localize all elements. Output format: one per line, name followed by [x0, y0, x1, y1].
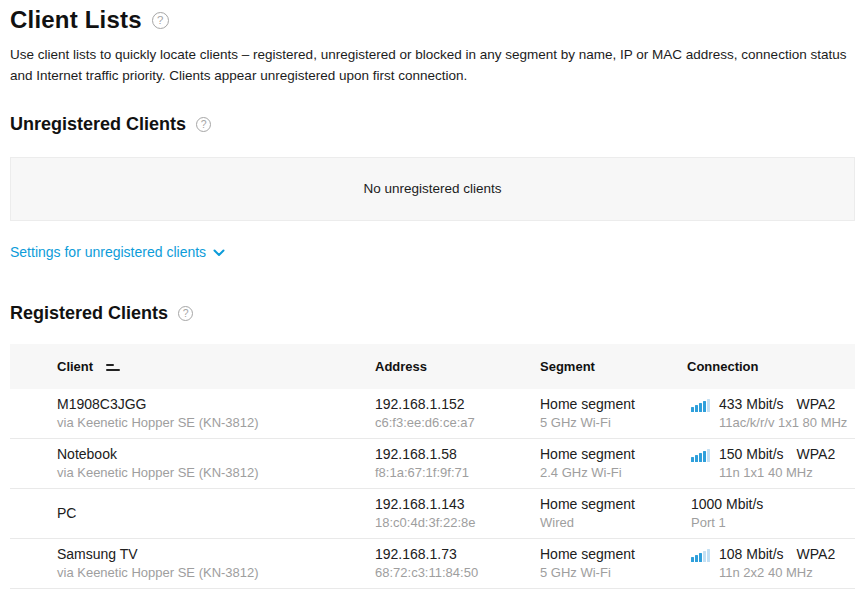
table-row[interactable]: Samsung TV via Keenetic Hopper SE (KN-38…: [10, 539, 855, 589]
client-ip: 192.168.1.58: [375, 445, 540, 463]
client-security: WPA2: [797, 396, 836, 412]
page-header: Client Lists ?: [10, 6, 853, 34]
page-description: Use client lists to quickly locate clien…: [10, 45, 853, 87]
client-name: Samsung TV: [57, 545, 375, 563]
client-lists-page: Client Lists ? Use client lists to quick…: [0, 0, 861, 589]
sort-icon: [106, 362, 120, 371]
client-security: WPA2: [797, 546, 836, 562]
wifi-signal-icon: [691, 399, 710, 412]
empty-state-message: No unregistered clients: [363, 181, 501, 196]
client-network: 5 GHz Wi-Fi: [540, 415, 687, 432]
client-via: via Keenetic Hopper SE (KN-3812): [57, 565, 375, 582]
client-mac: 18:c0:4d:3f:22:8e: [375, 515, 540, 532]
client-via: via Keenetic Hopper SE (KN-3812): [57, 465, 375, 482]
registered-clients-table: Client Address Segment Connection M1908C…: [10, 344, 855, 589]
wifi-signal-icon: [691, 549, 710, 562]
wifi-signal-icon: [691, 449, 710, 462]
chevron-down-icon: [213, 247, 225, 257]
help-icon[interactable]: ?: [196, 117, 211, 132]
column-header-client[interactable]: Client: [57, 359, 375, 374]
client-mac: 68:72:c3:11:84:50: [375, 565, 540, 582]
unregistered-empty-state: No unregistered clients: [10, 157, 855, 221]
client-name: Notebook: [57, 445, 375, 463]
help-icon[interactable]: ?: [152, 12, 169, 29]
table-row[interactable]: M1908C3JGG via Keenetic Hopper SE (KN-38…: [10, 389, 855, 439]
client-ip: 192.168.1.152: [375, 395, 540, 413]
client-mac: c6:f3:ee:d6:ce:a7: [375, 415, 540, 432]
column-header-address: Address: [375, 359, 540, 374]
client-network: Wired: [540, 515, 687, 532]
client-mac: f8:1a:67:1f:9f:71: [375, 465, 540, 482]
client-network: 2.4 GHz Wi-Fi: [540, 465, 687, 482]
registered-clients-section: Registered Clients ? Client Address Segm…: [10, 303, 853, 589]
client-segment: Home segment: [540, 395, 687, 413]
client-link-details: Port 1: [691, 515, 763, 532]
client-link-details: 11n 1x1 40 MHz: [719, 465, 835, 482]
help-icon[interactable]: ?: [178, 306, 193, 321]
table-row[interactable]: Notebook via Keenetic Hopper SE (KN-3812…: [10, 439, 855, 489]
client-ip: 192.168.1.73: [375, 545, 540, 563]
client-segment: Home segment: [540, 545, 687, 563]
table-row[interactable]: PC 192.168.1.143 18:c0:4d:3f:22:8e Home …: [10, 489, 855, 539]
client-name: M1908C3JGG: [57, 395, 375, 413]
client-segment: Home segment: [540, 445, 687, 463]
column-header-segment: Segment: [540, 359, 687, 374]
client-speed: 433 Mbit/s: [719, 396, 784, 412]
page-title: Client Lists: [10, 6, 142, 34]
column-header-connection: Connection: [687, 359, 855, 374]
registered-clients-heading: Registered Clients: [10, 303, 168, 324]
client-via: via Keenetic Hopper SE (KN-3812): [57, 415, 375, 432]
client-ip: 192.168.1.143: [375, 495, 540, 513]
client-security: WPA2: [797, 446, 836, 462]
client-link-details: 11n 2x2 40 MHz: [719, 565, 835, 582]
client-name: PC: [57, 504, 375, 522]
table-header-row: Client Address Segment Connection: [10, 344, 855, 389]
settings-link-label: Settings for unregistered clients: [10, 244, 206, 260]
unregistered-clients-heading: Unregistered Clients: [10, 114, 186, 135]
client-speed: 108 Mbit/s: [719, 546, 784, 562]
client-speed: 150 Mbit/s: [719, 446, 784, 462]
client-network: 5 GHz Wi-Fi: [540, 565, 687, 582]
unregistered-clients-section: Unregistered Clients ? No unregistered c…: [10, 114, 853, 260]
client-speed: 1000 Mbit/s: [691, 496, 763, 512]
client-link-details: 11ac/k/r/v 1x1 80 MHz: [719, 415, 847, 432]
settings-unregistered-link[interactable]: Settings for unregistered clients: [10, 244, 225, 260]
column-header-client-label: Client: [57, 359, 93, 374]
client-segment: Home segment: [540, 495, 687, 513]
